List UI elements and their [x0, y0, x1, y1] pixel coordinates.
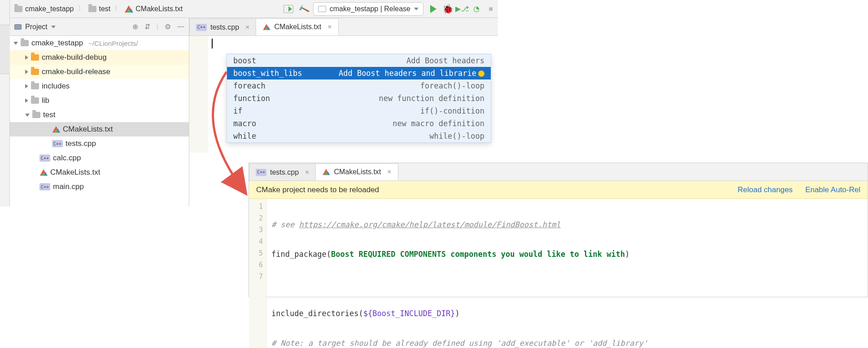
completion-item-foreach[interactable]: foreach foreach()-loop	[227, 79, 491, 92]
code-token: ${Boost_INCLUDE_DIR}	[363, 309, 455, 318]
tree-label: cmake-build-release	[42, 67, 110, 76]
tree-label: CMakeLists.txt	[63, 125, 113, 134]
run-config-label: cmake_testapp | Release	[330, 5, 410, 13]
reload-banner: CMake project needs to be reloaded Reloa…	[249, 181, 868, 199]
tree-folder-test[interactable]: test	[10, 108, 189, 122]
tree-root-label: cmake_testapp	[31, 39, 83, 48]
cmake-icon	[323, 169, 330, 175]
expand-all-icon[interactable]: ⇵	[144, 22, 150, 31]
expand-toggle-icon[interactable]	[25, 55, 28, 60]
close-icon[interactable]: ×	[387, 168, 391, 176]
chevron-right-icon: 〉	[78, 4, 85, 13]
debug-icon[interactable]: 🐞	[443, 4, 452, 13]
code-content[interactable]: # see https://cmake.org/cmake/help/lates…	[267, 199, 868, 348]
run-icon[interactable]	[429, 4, 438, 13]
stop-icon[interactable]: ■	[486, 4, 495, 13]
tab-label: tests.cpp	[270, 168, 299, 176]
project-tree[interactable]: cmake_testapp ~/CLionProjects/ cmake-bui…	[10, 36, 189, 207]
expand-toggle-icon[interactable]	[25, 70, 28, 74]
folder-icon	[31, 97, 39, 104]
tree-root[interactable]: cmake_testapp ~/CLionProjects/	[10, 36, 189, 50]
tab-label: CMakeLists.txt	[274, 23, 321, 31]
folder-icon	[31, 54, 39, 61]
select-opened-icon[interactable]: ⊕	[132, 22, 138, 31]
close-icon[interactable]: ×	[245, 23, 249, 31]
run-target-icon[interactable]	[284, 5, 293, 13]
completion-desc: if()-condition	[420, 106, 484, 115]
code-token: # see	[271, 220, 299, 229]
gear-icon[interactable]: ⚙	[165, 22, 171, 31]
chevron-down-icon	[414, 8, 419, 10]
reload-changes-link[interactable]: Reload changes	[737, 185, 793, 194]
completion-name: boost_with_libs	[233, 69, 302, 78]
top-toolbar: cmake_testapp 〉 test 〉 CMakeLists.txt 🔨 …	[10, 0, 498, 18]
cpp-file-icon	[256, 169, 266, 176]
tool-stripe: 1: Project	[0, 0, 10, 207]
tab-cmakelists[interactable]: CMakeLists.txt ×	[315, 163, 398, 181]
expand-toggle-icon[interactable]	[25, 98, 28, 103]
tree-file-tests-cpp[interactable]: tests.cpp	[10, 137, 189, 151]
editor-gutter	[189, 36, 207, 153]
project-view-title[interactable]: Project	[25, 23, 48, 31]
enable-auto-reload-link[interactable]: Enable Auto-Rel	[805, 185, 860, 194]
tree-file-test-cmakelists[interactable]: CMakeLists.txt	[10, 122, 189, 137]
completion-popup[interactable]: boost Add Boost headers boost_with_libs …	[227, 54, 491, 143]
tree-file-main-cpp[interactable]: main.cpp	[10, 180, 189, 194]
chevron-down-icon[interactable]	[51, 26, 56, 28]
chevron-right-icon: 〉	[114, 4, 121, 13]
tree-label: test	[43, 110, 55, 119]
completion-item-if[interactable]: if if()-condition	[227, 105, 491, 117]
cpp-file-icon	[39, 183, 50, 190]
completion-item-function[interactable]: function new function definition	[227, 92, 491, 105]
tree-label: main.cpp	[53, 182, 84, 191]
breadcrumb-root[interactable]: cmake_testapp	[13, 4, 76, 14]
completion-desc: while()-loop	[429, 132, 484, 141]
cpp-file-icon	[196, 24, 207, 31]
close-icon[interactable]: ×	[327, 23, 331, 31]
completion-name: function	[233, 94, 270, 103]
code-editor[interactable]: 1234567 # see https://cmake.org/cmake/he…	[249, 199, 868, 348]
tab-label: CMakeLists.txt	[334, 168, 381, 176]
run-config-selector[interactable]: cmake_testapp | Release	[313, 2, 423, 16]
banner-message: CMake project needs to be reloaded	[256, 185, 379, 194]
breadcrumb-folder[interactable]: test	[87, 4, 113, 14]
intention-bulb-icon[interactable]	[478, 70, 484, 77]
run-coverage-icon[interactable]: ▶⎇	[458, 4, 467, 13]
completion-desc: Add Boost headers	[406, 56, 484, 65]
expand-toggle-icon[interactable]	[25, 84, 28, 88]
breadcrumb-file[interactable]: CMakeLists.txt	[123, 4, 184, 14]
tree-file-root-cmakelists[interactable]: CMakeLists.txt	[10, 165, 189, 180]
tab-cmakelists[interactable]: CMakeLists.txt ×	[256, 18, 338, 35]
tab-tests-cpp[interactable]: tests.cpp ×	[189, 18, 256, 35]
caret	[212, 39, 213, 48]
tab-label: tests.cpp	[210, 23, 239, 31]
tree-folder-build-release[interactable]: cmake-build-release	[10, 65, 189, 79]
editor-tab-bar: tests.cpp × CMakeLists.txt ×	[249, 163, 868, 181]
code-token: COMPONENTS	[400, 250, 446, 259]
folder-icon	[21, 40, 29, 46]
project-tool-button[interactable]: 1: Project	[0, 25, 10, 74]
profile-icon[interactable]: ◔	[472, 4, 481, 13]
build-icon[interactable]: 🔨	[297, 3, 309, 15]
completion-desc: foreach()-loop	[420, 81, 484, 90]
completion-item-boost-with-libs[interactable]: boost_with_libs Add Boost headers and li…	[227, 67, 491, 79]
completion-name: while	[233, 132, 256, 141]
hide-icon[interactable]: —	[177, 22, 184, 31]
completion-item-macro[interactable]: macro new macro definition	[227, 117, 491, 130]
completion-item-boost[interactable]: boost Add Boost headers	[227, 54, 491, 67]
tab-tests-cpp[interactable]: tests.cpp ×	[249, 163, 316, 181]
tree-folder-build-debug[interactable]: cmake-build-debug	[10, 50, 189, 65]
editor-content[interactable]	[207, 36, 498, 54]
tree-label: CMakeLists.txt	[50, 168, 100, 177]
close-icon[interactable]: ×	[305, 168, 309, 176]
tree-folder-lib[interactable]: lib	[10, 93, 189, 108]
editor-tab-bar: tests.cpp × CMakeLists.txt ×	[189, 18, 498, 36]
completion-item-while[interactable]: while while()-loop	[227, 130, 491, 142]
code-token: include_directories	[271, 309, 358, 318]
breadcrumb: cmake_testapp 〉 test 〉 CMakeLists.txt	[13, 4, 184, 14]
tree-file-calc-cpp[interactable]: calc.cpp	[10, 151, 189, 165]
cmake-icon	[125, 5, 133, 13]
expand-toggle-icon[interactable]	[25, 114, 30, 117]
expand-toggle-icon[interactable]	[13, 42, 18, 45]
tree-folder-includes[interactable]: includes	[10, 79, 189, 93]
